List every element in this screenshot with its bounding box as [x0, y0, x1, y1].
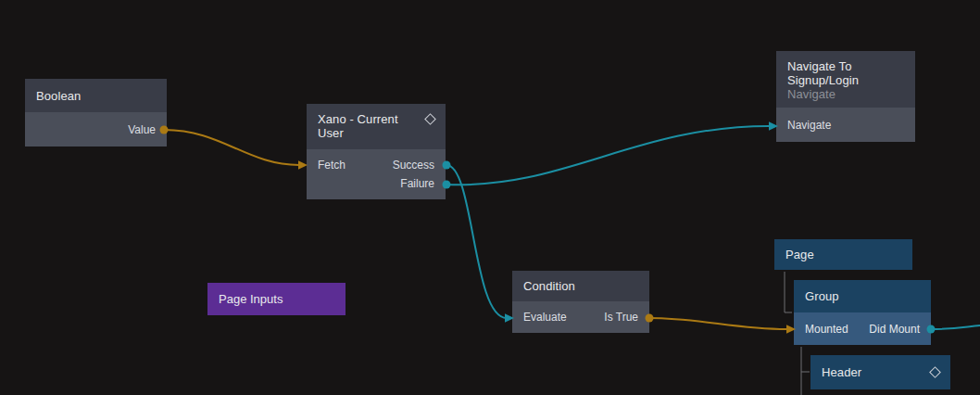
node-navigate-header: Navigate To Signup/Login Navigate	[776, 51, 915, 108]
node-title: Xano - Current User	[318, 112, 426, 140]
wire-value-to-fetch[interactable]	[164, 130, 299, 165]
output-port-failure[interactable]: Failure	[400, 177, 434, 190]
wire-is-true-to-mounted[interactable]	[649, 318, 786, 329]
output-port-did-mount[interactable]: Did Mount	[869, 323, 920, 336]
node-navigate-to-signup-login[interactable]: Navigate To Signup/Login Navigate Naviga…	[776, 51, 915, 142]
output-port-value[interactable]: Value	[128, 123, 156, 136]
port-row: Failure	[307, 174, 446, 193]
node-header-element[interactable]: Header	[810, 355, 950, 389]
output-port-is-true[interactable]: Is True	[604, 311, 638, 324]
input-port-mounted[interactable]: Mounted	[805, 323, 848, 336]
node-xano-current-user[interactable]: Xano - Current User Fetch Success Failur…	[307, 104, 446, 199]
node-subtitle: Navigate	[787, 87, 904, 101]
wire-failure-to-navigate[interactable]	[446, 126, 769, 185]
node-page-header: Page	[774, 239, 912, 270]
port-row: Fetch Success	[307, 156, 446, 174]
node-graph-canvas[interactable]: Boolean Value Xano - Current User Fetch …	[0, 0, 980, 395]
tree-line-page-to-group	[785, 272, 792, 312]
node-group[interactable]: Group Mounted Did Mount	[794, 280, 931, 345]
node-title: Condition	[523, 279, 638, 293]
node-title: Navigate To Signup/Login	[787, 59, 904, 87]
output-port-success[interactable]: Success	[393, 159, 434, 172]
wire-did-mount-offscreen[interactable]	[931, 325, 980, 329]
node-boolean[interactable]: Boolean Value	[25, 79, 167, 147]
node-page[interactable]: Page	[774, 239, 912, 270]
node-header-header: Header	[810, 355, 950, 389]
port-row: Value	[25, 112, 167, 147]
port-row: Mounted Did Mount	[794, 312, 931, 345]
node-title: Group	[805, 289, 920, 303]
node-boolean-header: Boolean	[25, 79, 167, 112]
input-port-evaluate[interactable]: Evaluate	[523, 311, 567, 324]
node-condition[interactable]: Condition Evaluate Is True	[512, 271, 649, 333]
node-group-header: Group	[794, 280, 931, 312]
input-port-fetch[interactable]: Fetch	[318, 159, 346, 172]
node-title: Boolean	[36, 89, 156, 103]
node-title: Header	[822, 365, 931, 379]
component-diamond-icon	[424, 113, 436, 125]
node-page-inputs[interactable]: Page Inputs	[207, 283, 346, 315]
node-xano-header: Xano - Current User	[307, 104, 446, 149]
node-title: Page	[785, 248, 901, 261]
node-title: Page Inputs	[219, 292, 283, 306]
input-port-navigate[interactable]: Navigate	[787, 119, 831, 132]
node-condition-header: Condition	[512, 271, 649, 301]
wire-success-to-evaluate[interactable]	[446, 165, 507, 318]
port-row: Evaluate Is True	[512, 301, 649, 333]
port-row: Navigate	[776, 108, 915, 142]
component-diamond-icon	[929, 366, 941, 378]
